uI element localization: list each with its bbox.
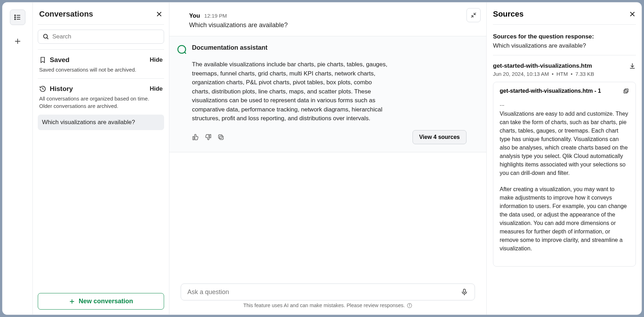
svg-line-11 — [47, 38, 48, 39]
thumbs-up-icon — [192, 134, 199, 141]
ai-disclaimer: This feature uses AI and can make mistak… — [181, 300, 475, 312]
new-chat-button[interactable] — [10, 33, 25, 49]
svg-rect-28 — [624, 90, 627, 93]
info-icon — [407, 303, 412, 308]
collapse-sources-button[interactable] — [467, 8, 481, 22]
thumbs-down-button[interactable] — [205, 134, 212, 141]
microphone-button[interactable] — [461, 288, 468, 296]
chat-input[interactable] — [181, 284, 475, 300]
svg-line-15 — [471, 16, 473, 18]
close-icon — [156, 11, 163, 18]
collapse-icon — [470, 12, 477, 18]
search-icon — [42, 33, 49, 41]
chat-body: You 12:19 PM Which visualizations are av… — [169, 2, 486, 279]
message-timestamp: 12:19 PM — [204, 13, 227, 19]
sources-subhead: Sources for the question response: — [493, 30, 636, 42]
chat-input-bar: This feature uses AI and can make mistak… — [169, 279, 486, 315]
history-item[interactable]: Which visualizations are available? — [38, 115, 164, 130]
source-file-meta: Jun 20, 2024, 10:13 AM•HTM•7.33 KB — [493, 71, 636, 82]
plus-icon — [69, 298, 75, 305]
user-text: Which visualizations are available? — [189, 19, 467, 29]
svg-point-2 — [14, 17, 16, 18]
svg-rect-27 — [625, 89, 628, 92]
divider — [38, 78, 164, 79]
svg-point-4 — [14, 19, 16, 20]
sources-panel: Sources Sources for the question respons… — [486, 2, 642, 315]
source-file-name: get-started-with-visualizations.htm — [493, 62, 592, 69]
divider — [38, 24, 164, 25]
chat-panel: You 12:19 PM Which visualizations are av… — [169, 2, 486, 315]
divider — [38, 49, 164, 50]
user-label: You — [189, 12, 200, 19]
list-icon — [14, 13, 22, 21]
source-file-row: get-started-with-visualizations.htm — [493, 60, 636, 71]
assistant-text: The available visualizations include bar… — [192, 60, 390, 123]
search-input[interactable] — [52, 33, 160, 40]
download-icon — [629, 62, 636, 69]
close-sources-button[interactable] — [629, 11, 636, 18]
chunk-text: ... Visualizations are easy to add and c… — [500, 100, 629, 253]
svg-rect-20 — [463, 289, 465, 293]
saved-section-header: Saved Hide — [38, 55, 164, 66]
saved-label: Saved — [50, 56, 70, 64]
conversations-panel: Conversations Saved Hide Save — [32, 2, 169, 315]
svg-rect-19 — [218, 135, 222, 138]
svg-point-24 — [409, 304, 410, 304]
microphone-icon — [461, 288, 468, 296]
divider — [493, 24, 636, 25]
search-field[interactable] — [38, 30, 164, 44]
history-hide-button[interactable]: Hide — [150, 85, 163, 92]
new-conversation-button[interactable]: New conversation — [38, 293, 164, 310]
bookmark-icon — [39, 56, 46, 63]
assistant-message: Documentation assistant The available vi… — [169, 36, 486, 152]
source-chunk-card: get-started-with-visualizations.htm - 1 … — [493, 82, 636, 267]
saved-note: Saved conversations will not be archived… — [38, 66, 164, 78]
svg-line-14 — [474, 13, 476, 14]
conversations-toggle-button[interactable] — [10, 10, 25, 25]
svg-point-10 — [43, 34, 47, 38]
thumbs-down-icon — [205, 134, 212, 141]
question-input[interactable] — [187, 288, 457, 296]
thumbs-up-button[interactable] — [192, 134, 199, 141]
sources-title: Sources — [493, 10, 524, 19]
app-frame: Conversations Saved Hide Save — [2, 2, 642, 315]
assistant-name: Documentation assistant — [192, 44, 467, 51]
svg-rect-18 — [220, 136, 223, 139]
history-section-header: History Hide — [38, 84, 164, 95]
svg-line-17 — [185, 52, 186, 54]
divider — [493, 55, 636, 55]
history-icon — [39, 85, 46, 92]
new-conversation-label: New conversation — [79, 298, 133, 305]
copy-button[interactable] — [217, 134, 224, 141]
history-note: All conversations are organized based on… — [38, 95, 164, 115]
conversations-title: Conversations — [39, 10, 93, 19]
sources-question: Which visualizations are available? — [493, 42, 636, 55]
svg-point-0 — [14, 15, 16, 16]
open-chunk-button[interactable] — [623, 88, 629, 94]
download-button[interactable] — [629, 62, 636, 69]
copy-icon — [217, 134, 224, 141]
saved-hide-button[interactable]: Hide — [150, 56, 163, 63]
left-rail — [2, 2, 32, 315]
close-icon — [629, 11, 636, 18]
view-sources-button[interactable]: View 4 sources — [413, 130, 467, 144]
history-label: History — [50, 85, 73, 93]
assistant-avatar-icon — [177, 45, 186, 54]
close-conversations-button[interactable] — [156, 11, 163, 18]
plus-icon — [14, 37, 22, 45]
open-icon — [623, 88, 629, 94]
user-message: You 12:19 PM Which visualizations are av… — [169, 2, 486, 36]
feedback-buttons — [192, 134, 224, 141]
chunk-title: get-started-with-visualizations.htm - 1 — [500, 88, 601, 94]
